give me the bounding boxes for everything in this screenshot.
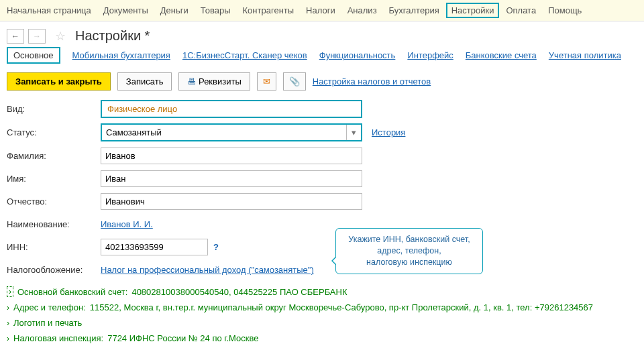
inn-label: ИНН: [7, 242, 101, 252]
expander-taxoffice-value: 7724 ИФНС России № 24 по г.Москве [107, 333, 258, 343]
tab-1[interactable]: Мобильная бухгалтерия [72, 50, 170, 60]
firstname-input[interactable] [101, 170, 362, 187]
name-link[interactable]: Иванов И. И. [101, 219, 153, 229]
expander-address[interactable]: › Адрес и телефон: 115522, Москва г, вн.… [0, 300, 644, 315]
expander-logo-label: Логотип и печать [13, 318, 82, 328]
chevron-down-icon: ▾ [352, 127, 356, 137]
topmenu-item-5[interactable]: Налоги [306, 5, 335, 15]
kind-value: Физическое лицо [101, 100, 362, 118]
nav-forward-button[interactable]: → [28, 29, 46, 44]
envelope-icon: ✉ [263, 76, 270, 86]
name-label: Наименование: [7, 219, 101, 229]
mail-button[interactable]: ✉ [257, 72, 276, 91]
lastname-label: Фамилия: [7, 151, 101, 161]
topmenu-item-4[interactable]: Контрагенты [243, 5, 294, 15]
topmenu-item-0[interactable]: Начальная страница [7, 5, 91, 15]
expander-logo[interactable]: › Логотип и печать [0, 315, 644, 331]
expander-bank-value: 40802810038000540540, 044525225 ПАО СБЕР… [131, 287, 347, 297]
topmenu-item-7[interactable]: Бухгалтерия [389, 5, 439, 15]
chevron-right-icon[interactable]: › [7, 303, 9, 312]
kind-label: Вид: [7, 104, 101, 114]
header-row: ← → ☆ Настройки * [0, 21, 644, 48]
history-link[interactable]: История [372, 127, 405, 137]
tab-3[interactable]: Функциональность [319, 50, 396, 60]
status-select[interactable]: ▾ [101, 123, 362, 141]
chevron-right-icon[interactable]: › [7, 318, 9, 328]
inn-help-icon[interactable]: ? [213, 242, 219, 252]
form: Вид: Физическое лицо Статус: ▾ История Ф… [0, 100, 644, 278]
hint-callout: Укажите ИНН, банковский счет, адрес, тел… [335, 228, 483, 274]
topmenu-item-9[interactable]: Оплата [506, 5, 536, 15]
topmenu-item-3[interactable]: Товары [201, 5, 231, 15]
favorite-star-icon[interactable]: ☆ [55, 29, 66, 44]
tax-settings-link[interactable]: Настройка налогов и отчетов [313, 76, 431, 86]
callout-line: налоговую инспекцию [343, 257, 476, 268]
expander-address-value: 115522, Москва г, вн.тер.г. муниципальны… [90, 302, 593, 312]
firstname-label: Имя: [7, 174, 101, 184]
status-input[interactable] [102, 125, 346, 140]
status-dropdown-button[interactable]: ▾ [346, 125, 361, 140]
tab-6[interactable]: Учетная политика [549, 50, 621, 60]
patronymic-label: Отчество: [7, 196, 101, 207]
expander-taxoffice-label: Налоговая инспекция: [13, 333, 103, 343]
tabs-row: ОсновноеМобильная бухгалтерия1С:БизнесСт… [0, 48, 644, 68]
topmenu-item-10[interactable]: Помощь [548, 5, 582, 15]
expander-tax-office[interactable]: › Налоговая инспекция: 7724 ИФНС России … [0, 331, 644, 346]
tab-5[interactable]: Банковские счета [466, 50, 537, 60]
requisites-button[interactable]: 🖶 Реквизиты [178, 72, 250, 91]
chevron-right-icon[interactable]: › [7, 334, 9, 343]
top-menu: Начальная страницаДокументыДеньгиТоварыК… [0, 0, 644, 21]
topmenu-item-6[interactable]: Анализ [347, 5, 377, 15]
callout-line: Укажите ИНН, банковский счет, [343, 234, 476, 245]
print-icon: 🖶 [187, 76, 196, 86]
topmenu-item-1[interactable]: Документы [103, 5, 148, 15]
save-button[interactable]: Записать [117, 72, 172, 91]
nav-back-button[interactable]: ← [7, 29, 24, 44]
attach-button[interactable]: 📎 [283, 72, 306, 91]
chevron-right-icon[interactable]: › [7, 286, 13, 297]
callout-line: адрес, телефон, [343, 245, 476, 257]
expander-address-label: Адрес и телефон: [13, 302, 86, 312]
requisites-label: Реквизиты [199, 76, 241, 86]
page-title: Настройки * [75, 28, 150, 44]
toolbar: Записать и закрыть Записать 🖶 Реквизиты … [0, 68, 644, 100]
taxation-label: Налогообложение: [7, 265, 101, 275]
status-label: Статус: [7, 127, 101, 137]
paperclip-icon: 📎 [289, 76, 300, 86]
patronymic-input[interactable] [101, 193, 362, 210]
inn-input[interactable] [101, 239, 208, 255]
topmenu-item-2[interactable]: Деньги [160, 5, 189, 15]
taxation-link[interactable]: Налог на профессиональный доход ("самоза… [101, 265, 314, 275]
expander-bank[interactable]: › Основной банковский счет: 408028100380… [0, 284, 644, 300]
tab-0[interactable]: Основное [7, 47, 60, 64]
lastname-input[interactable] [101, 148, 362, 164]
tab-4[interactable]: Интерфейс [407, 50, 453, 60]
tab-2[interactable]: 1С:БизнесСтарт. Сканер чеков [182, 50, 307, 60]
topmenu-item-8[interactable]: Настройки [446, 3, 500, 18]
expander-bank-label: Основной банковский счет: [17, 287, 127, 297]
save-close-button[interactable]: Записать и закрыть [7, 72, 111, 91]
